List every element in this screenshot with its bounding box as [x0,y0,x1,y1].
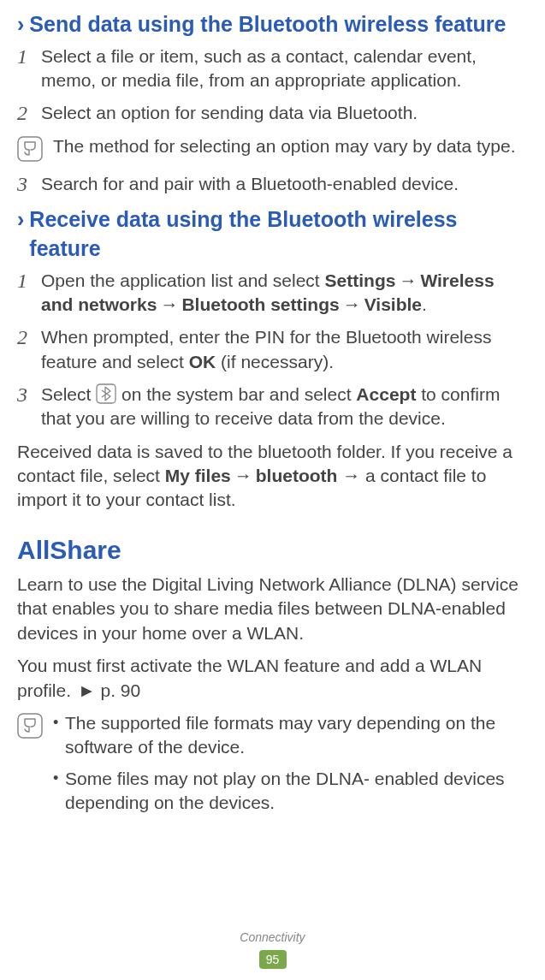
chevron-icon: › [17,205,24,235]
bold-label: Bluetooth settings [181,294,339,314]
step-text: When prompted, enter the PIN for the Blu… [41,325,528,374]
step-row: 1 Select a file or item, such as a conta… [17,45,528,93]
note-icon [17,713,43,739]
allshare-paragraph-2: You must first activate the WLAN feature… [17,654,528,703]
step-number: 1 [17,45,41,69]
chevron-icon: › [17,10,24,39]
bullet-icon: • [53,711,65,734]
bullet-icon: • [53,767,65,790]
section-title: Receive data using the Bluetooth wireles… [29,205,528,264]
svg-rect-2 [18,714,42,738]
note-block: The method for selecting an option may v… [17,134,528,162]
arrow-icon: → [160,294,178,314]
step-number: 3 [17,383,41,407]
text-fragment: (if necessary). [216,352,334,371]
text-fragment: . [422,294,427,314]
page-footer: Connectivity 95 [0,930,545,970]
step-text: Select an option for sending data via Bl… [41,101,528,125]
step-number: 1 [17,269,41,294]
step-text: Select on the system bar and select Acce… [41,383,528,431]
allshare-heading: AllShare [17,533,528,568]
step-text: Open the application list and select Set… [41,269,528,318]
bold-label: Settings [325,270,396,290]
section-title: Send data using the Bluetooth wireless f… [29,10,506,39]
note-text: The method for selecting an option may v… [53,134,528,158]
step-row: 3 Search for and pair with a Bluetooth-e… [17,172,528,197]
bullet-text: Some files may not play on the DLNA- ena… [65,767,528,816]
section-heading-send: › Send data using the Bluetooth wireless… [17,10,528,39]
footer-section-label: Connectivity [0,930,545,946]
bullet-item: • Some files may not play on the DLNA- e… [53,767,528,816]
section-heading-receive: › Receive data using the Bluetooth wirel… [17,205,528,264]
note-icon [17,136,43,162]
bold-label: My files [165,466,231,485]
step-number: 2 [17,325,41,350]
step-number: 3 [17,172,41,197]
note-block: • The supported file formats may vary de… [17,711,528,822]
text-fragment: Open the application list and select [41,270,325,290]
arrow-icon: → [234,466,252,485]
step-number: 2 [17,101,41,126]
bluetooth-status-icon [96,383,116,404]
bold-label: Visible [364,294,422,314]
step-row: 3 Select on the system bar and select Ac… [17,383,528,431]
paragraph: Received data is saved to the bluetooth … [17,440,528,513]
bullet-item: • The supported file formats may vary de… [53,711,528,760]
page-number-badge: 95 [259,950,287,969]
step-row: 2 Select an option for sending data via … [17,101,528,126]
bold-label: OK [189,352,216,371]
page-reference: ► p. 90 [78,680,140,700]
step-row: 1 Open the application list and select S… [17,269,528,318]
text-fragment: on the system bar and select [116,384,356,404]
text-fragment: Select [41,384,96,404]
step-row: 2 When prompted, enter the PIN for the B… [17,325,528,374]
bullet-text: The supported file formats may vary depe… [65,711,528,760]
arrow-icon: → [399,270,417,290]
step-text: Search for and pair with a Bluetooth-ena… [41,172,528,196]
step-text: Select a file or item, such as a contact… [41,45,528,93]
svg-rect-0 [18,137,42,161]
bold-label: Accept [356,384,416,404]
note-text-block: • The supported file formats may vary de… [53,711,528,822]
allshare-paragraph-1: Learn to use the Digital Living Network … [17,573,528,645]
arrow-icon: → [343,294,361,314]
bold-label: bluetooth [256,466,338,485]
